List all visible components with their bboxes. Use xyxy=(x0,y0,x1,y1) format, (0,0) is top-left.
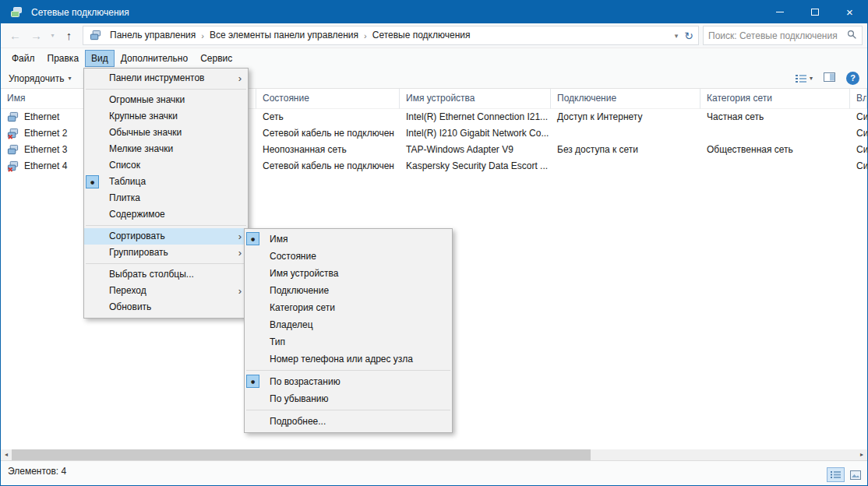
change-view-button[interactable]: ▾ xyxy=(796,74,813,83)
address-dropdown-button[interactable]: ▾ xyxy=(675,32,679,40)
column-header-owner[interactable]: Вла xyxy=(850,89,867,109)
menu-item-choose-columns[interactable]: Выбрать столбцы... xyxy=(84,266,248,283)
menubar-item-advanced[interactable]: Дополнительно xyxy=(115,50,194,67)
details-view-toggle[interactable] xyxy=(827,467,845,482)
scroll-right-button[interactable]: ▸ xyxy=(856,449,867,460)
menubar-item-edit[interactable]: Правка xyxy=(41,50,86,67)
connection-icon xyxy=(7,144,19,156)
back-button[interactable]: ← xyxy=(5,26,25,46)
sort-item-ascending[interactable]: ● По возрастанию xyxy=(245,373,452,390)
network-connections-window: Сетевые подключения × ← → ▾ ↑ Панель упр… xyxy=(0,0,868,486)
column-header-device[interactable]: Имя устройства xyxy=(400,89,551,109)
maximize-button[interactable] xyxy=(797,1,832,23)
sort-item-descending[interactable]: По убыванию xyxy=(245,390,452,407)
network-category: Общественная сеть xyxy=(700,142,850,158)
refresh-button[interactable]: ↻ xyxy=(684,30,693,42)
breadcrumb-item-network-connections[interactable]: Сетевые подключения xyxy=(367,26,476,44)
scrollbar-thumb[interactable] xyxy=(12,449,591,460)
menu-item-list[interactable]: Список xyxy=(84,157,248,174)
search-input[interactable] xyxy=(704,30,847,41)
menu-item-details[interactable]: ● Таблица xyxy=(84,174,248,190)
owner: Сис xyxy=(850,142,867,158)
titlebar[interactable]: Сетевые подключения × xyxy=(1,1,867,23)
menu-item-refresh[interactable]: Обновить xyxy=(84,299,248,315)
chevron-down-icon: ▾ xyxy=(51,32,54,39)
app-icon xyxy=(7,6,26,19)
network-category: Частная сеть xyxy=(700,109,850,125)
connectivity xyxy=(551,158,700,174)
connection-status: Сетевой кабель не подключен xyxy=(256,125,400,142)
search-box xyxy=(703,26,863,45)
breadcrumb-item-all-items[interactable]: Все элементы панели управления xyxy=(204,26,364,44)
address-bar[interactable]: Панель управления › Все элементы панели … xyxy=(83,26,699,45)
sort-item-phone-or-host[interactable]: Номер телефона или адрес узла xyxy=(245,350,452,368)
menu-item-large-icons[interactable]: Крупные значки xyxy=(84,108,248,125)
menu-item-label: Обновить xyxy=(109,301,151,312)
search-icon[interactable] xyxy=(847,30,857,42)
menu-item-label: Сортировать xyxy=(109,231,165,241)
column-header-connectivity[interactable]: Подключение xyxy=(551,89,700,109)
horizontal-scrollbar[interactable]: ◂ ▸ xyxy=(1,449,867,460)
network-category xyxy=(700,158,850,174)
close-icon: × xyxy=(846,6,853,18)
menu-item-go-to[interactable]: Переход › xyxy=(84,283,248,299)
details-view-icon xyxy=(796,74,806,83)
scroll-left-button[interactable]: ◂ xyxy=(1,449,12,460)
connection-status: Неопознанная сеть xyxy=(256,142,400,158)
help-button[interactable]: ? xyxy=(846,72,859,85)
sort-item-type[interactable]: Тип xyxy=(245,333,452,350)
menubar-item-tools[interactable]: Сервис xyxy=(194,50,238,67)
menu-item-tiles[interactable]: Плитка xyxy=(84,190,248,206)
submenu-arrow-icon: › xyxy=(238,283,242,299)
menubar-item-file[interactable]: Файл xyxy=(5,50,41,67)
back-icon: ← xyxy=(9,29,21,42)
submenu-arrow-icon: › xyxy=(238,228,242,245)
connectivity: Доступ к Интернету xyxy=(551,109,700,125)
connection-status: Сетевой кабель не подключен xyxy=(256,158,400,174)
menu-item-sort-by[interactable]: Сортировать › xyxy=(84,228,248,245)
menu-item-medium-icons[interactable]: Обычные значки xyxy=(84,125,248,141)
menu-item-group-by[interactable]: Группировать › xyxy=(84,245,248,261)
status-bar: Элементов: 4 xyxy=(1,460,867,485)
minimize-button[interactable] xyxy=(762,1,797,23)
sort-item-owner[interactable]: Владелец xyxy=(245,316,452,333)
radio-selected-icon: ● xyxy=(246,232,259,245)
sort-item-status[interactable]: Состояние xyxy=(245,248,452,265)
menu-item-label: Выбрать столбцы... xyxy=(109,269,194,280)
sort-item-device-name[interactable]: Имя устройства xyxy=(245,265,452,282)
menu-separator xyxy=(246,370,450,371)
column-header-category[interactable]: Категория сети xyxy=(700,89,850,109)
scrollbar-track[interactable] xyxy=(591,449,856,460)
menu-item-label: По возрастанию xyxy=(270,376,340,387)
network-category xyxy=(700,125,850,142)
sort-item-connectivity[interactable]: Подключение xyxy=(245,282,452,299)
menu-item-content[interactable]: Содержимое xyxy=(84,206,248,223)
menu-item-small-icons[interactable]: Мелкие значки xyxy=(84,141,248,157)
forward-button[interactable]: → xyxy=(26,26,46,46)
menu-separator xyxy=(86,263,246,264)
history-dropdown-button[interactable]: ▾ xyxy=(48,32,58,39)
breadcrumb-item-control-panel[interactable]: Панель управления xyxy=(104,26,201,44)
menu-item-toolbars[interactable]: Панели инструментов › xyxy=(84,70,248,86)
close-button[interactable]: × xyxy=(832,1,867,23)
menu-item-label: Категория сети xyxy=(270,302,335,313)
menu-item-extra-large-icons[interactable]: Огромные значки xyxy=(84,92,248,108)
menubar-item-view[interactable]: Вид xyxy=(85,50,115,67)
sort-item-more[interactable]: Подробнее... xyxy=(245,413,452,430)
up-button[interactable]: ↑ xyxy=(59,26,79,46)
connection-disconnected-icon xyxy=(7,128,19,139)
connection-name: Ethernet 4 xyxy=(24,158,67,174)
menu-item-label: Крупные значки xyxy=(109,111,178,122)
connection-name: Ethernet 2 xyxy=(24,125,67,142)
connectivity: Без доступа к сети xyxy=(551,142,700,158)
column-header-status[interactable]: Состояние xyxy=(256,89,400,109)
network-icon xyxy=(86,30,104,41)
sort-item-name[interactable]: ● Имя xyxy=(245,231,452,248)
sort-item-network-category[interactable]: Категория сети xyxy=(245,299,452,316)
organize-button[interactable]: Упорядочить ▾ xyxy=(9,73,71,84)
preview-pane-button[interactable] xyxy=(824,72,835,84)
device-name: Intel(R) I210 Gigabit Network Co... xyxy=(400,125,551,142)
owner: Сис xyxy=(850,109,867,125)
thumbnails-view-toggle[interactable] xyxy=(846,467,864,482)
menu-item-label: Список xyxy=(109,160,140,171)
